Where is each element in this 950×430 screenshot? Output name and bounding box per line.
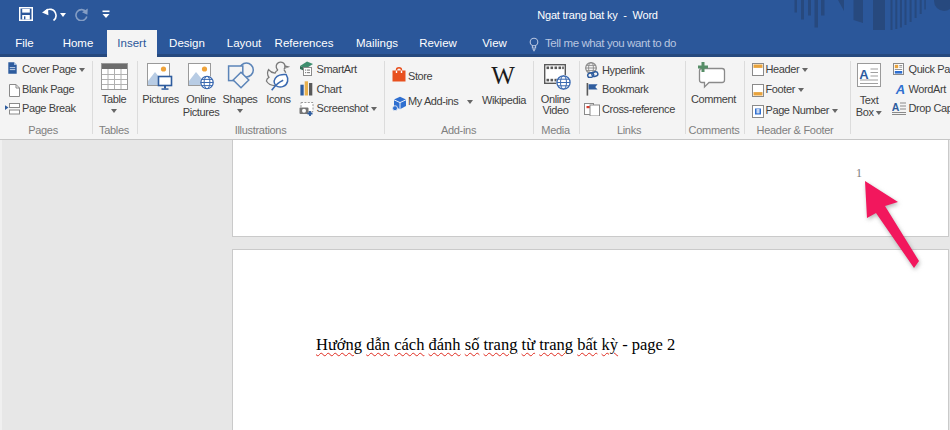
svg-text:A: A [859,66,869,81]
svg-text:A: A [892,101,900,113]
svg-text:A: A [895,83,905,95]
